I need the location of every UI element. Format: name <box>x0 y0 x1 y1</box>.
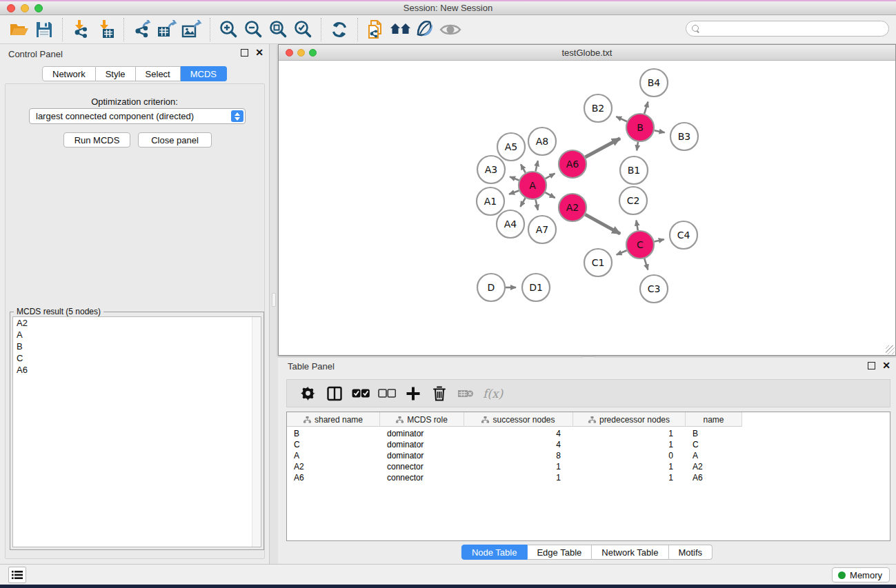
birds-eye-view-icon[interactable] <box>438 18 463 41</box>
export-table-icon[interactable] <box>155 18 179 41</box>
zoom-out-icon[interactable] <box>241 18 266 41</box>
graph-edge-A-A6[interactable] <box>546 174 555 179</box>
tab-style[interactable]: Style <box>96 66 136 81</box>
export-network-icon[interactable] <box>130 18 155 41</box>
list-scrollbar[interactable] <box>252 317 261 547</box>
network-window-titlebar[interactable]: testGlobe.txt <box>279 45 895 61</box>
graph-edge-A-A8[interactable] <box>535 161 537 171</box>
zoom-window-button[interactable] <box>34 4 43 12</box>
criterion-select[interactable]: largest connected component (directed) <box>29 108 246 124</box>
graph-edge-B-B3[interactable] <box>655 130 665 132</box>
graph-edge-A6-B[interactable] <box>585 139 620 157</box>
graph-node-label: A4 <box>504 219 517 230</box>
graph-edge-B-B1[interactable] <box>637 142 638 151</box>
delete-table-icon[interactable] <box>452 383 479 405</box>
export-image-icon[interactable] <box>179 18 204 41</box>
create-column-icon[interactable] <box>400 383 426 405</box>
status-bar: Memory <box>0 564 896 585</box>
tab-mcds[interactable]: MCDS <box>181 66 227 81</box>
table-row[interactable]: A6connector11A6 <box>287 472 890 483</box>
close-panel-button[interactable]: Close panel <box>138 132 212 148</box>
graph-edge-C-C3[interactable] <box>644 258 648 270</box>
tab-network-table[interactable]: Network Table <box>592 545 668 560</box>
select-all-columns-icon[interactable] <box>348 383 374 405</box>
graph-edge-C-C1[interactable] <box>617 250 627 254</box>
show-graphics-details-icon[interactable] <box>413 18 438 41</box>
table-cell: A6 <box>287 472 380 483</box>
network-canvas[interactable]: AA1A2A3A4A5A6A7A8BB1B2B3B4CC1C2C3C4DD1 <box>279 61 895 355</box>
column-header-successor-nodes[interactable]: successor nodes <box>464 412 573 427</box>
window-resize-grip[interactable] <box>886 345 895 354</box>
open-session-icon[interactable] <box>7 18 32 41</box>
column-header-shared-name[interactable]: shared name <box>287 412 380 427</box>
table-header-row[interactable]: shared nameMCDS rolesuccessor nodesprede… <box>287 412 742 427</box>
first-neighbors-icon[interactable] <box>388 18 413 41</box>
search-field[interactable] <box>686 21 889 37</box>
table-row[interactable]: Bdominator41B <box>287 428 890 439</box>
tab-node-table[interactable]: Node Table <box>461 545 528 560</box>
table-cell: B <box>287 428 380 439</box>
graph-edge-B-B4[interactable] <box>644 102 648 114</box>
graph-node-label: A2 <box>566 202 579 213</box>
mcds-result-item[interactable]: A2 <box>13 317 261 329</box>
search-input[interactable] <box>703 23 888 35</box>
graph-edge-A2-C[interactable] <box>585 214 620 234</box>
graph-edge-A-A3[interactable] <box>510 176 519 180</box>
task-history-button[interactable] <box>8 567 26 583</box>
import-network-icon[interactable] <box>68 18 93 41</box>
node-table[interactable]: shared nameMCDS rolesuccessor nodesprede… <box>286 412 890 541</box>
mcds-result-item[interactable]: A6 <box>13 364 261 376</box>
unselect-all-columns-icon[interactable] <box>374 383 400 405</box>
network-zoom-button[interactable] <box>309 49 317 57</box>
tab-network[interactable]: Network <box>42 66 96 81</box>
graph-edge-A-A2[interactable] <box>545 192 555 198</box>
float-panel-icon[interactable] <box>868 362 875 369</box>
table-row[interactable]: A2connector11A2 <box>287 461 890 472</box>
apply-layout-icon[interactable] <box>327 18 352 41</box>
table-cell: 1 <box>573 439 686 450</box>
graph-edge-A-A7[interactable] <box>535 200 537 210</box>
save-session-icon[interactable] <box>32 18 57 41</box>
table-settings-gear-icon[interactable] <box>295 383 321 405</box>
vertical-splitter-handle[interactable] <box>272 293 276 307</box>
table-row[interactable]: Cdominator41C <box>287 439 890 450</box>
network-view-window: testGlobe.txt AA1A2A3A4A5A6A7A8BB1B2B <box>278 44 896 356</box>
function-builder-icon[interactable]: f(x) <box>483 387 503 401</box>
new-network-icon[interactable] <box>364 18 388 41</box>
network-graph[interactable]: AA1A2A3A4A5A6A7A8BB1B2B3B4CC1C2C3C4DD1 <box>279 61 895 355</box>
column-header-MCDS-role[interactable]: MCDS role <box>380 412 464 427</box>
close-window-button[interactable] <box>7 4 15 12</box>
tab-select[interactable]: Select <box>136 66 181 81</box>
mcds-result-item[interactable]: C <box>13 352 261 364</box>
column-header-predecessor-nodes[interactable]: predecessor nodes <box>573 412 686 427</box>
network-minimize-button[interactable] <box>297 49 305 57</box>
close-panel-icon[interactable]: ✕ <box>882 362 890 369</box>
run-mcds-button[interactable]: Run MCDS <box>63 132 130 148</box>
zoom-selected-icon[interactable] <box>290 18 315 41</box>
zoom-fit-icon[interactable] <box>266 18 290 41</box>
tab-motifs[interactable]: Motifs <box>668 545 713 560</box>
graph-edge-C-C4[interactable] <box>654 239 664 241</box>
graph-edge-A-A5[interactable] <box>521 164 526 172</box>
network-close-button[interactable] <box>286 49 293 57</box>
graph-edge-B-B2[interactable] <box>616 116 627 121</box>
tab-edge-table[interactable]: Edge Table <box>527 545 592 560</box>
import-table-icon[interactable] <box>93 18 118 41</box>
graph-edge-C-C2[interactable] <box>636 221 637 231</box>
graph-edge-A-A1[interactable] <box>509 190 519 194</box>
mcds-result-list[interactable]: A2ABCA6 <box>12 316 261 547</box>
float-panel-icon[interactable] <box>241 49 248 57</box>
memory-button[interactable]: Memory <box>832 567 890 582</box>
graph-edge-A-A4[interactable] <box>520 198 525 207</box>
graph-node-label: B <box>637 122 644 133</box>
desktop-edge <box>0 0 896 1</box>
zoom-in-icon[interactable] <box>216 18 241 41</box>
mcds-result-item[interactable]: A <box>13 329 261 341</box>
delete-column-trash-icon[interactable] <box>426 383 452 405</box>
show-column-panel-icon[interactable] <box>321 383 348 405</box>
table-row[interactable]: Adominator80A <box>287 450 890 461</box>
column-header-name[interactable]: name <box>686 412 742 427</box>
minimize-window-button[interactable] <box>21 4 29 12</box>
close-panel-icon[interactable]: ✕ <box>255 49 263 57</box>
mcds-result-item[interactable]: B <box>13 341 261 352</box>
